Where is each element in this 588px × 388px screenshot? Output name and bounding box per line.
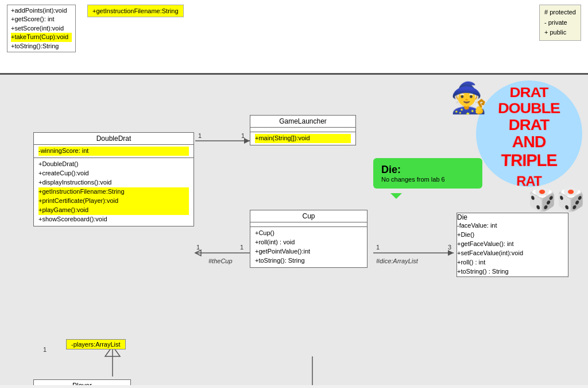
method-tostring-cup: +toString(): String — [255, 256, 362, 266]
method-die-ctor: +Die() — [457, 231, 568, 240]
method-tostring-die: +toString() : String — [457, 267, 568, 276]
method-getscore: +getScore(): int — [11, 15, 72, 24]
speech-bubble: Die: No changes from lab 6 — [373, 158, 482, 189]
cup-fields — [250, 222, 367, 227]
drat-circle: DRATDOUBLEDRATANDTRIPLERAT — [476, 80, 582, 187]
field-winningscore: -winningScore: int — [38, 147, 189, 156]
method-showscoreboard: +showScoreboard():void — [38, 215, 189, 224]
label-cup-die-1: 1 — [376, 244, 380, 251]
method-getinstructionfilename: +getInstructionFilename:String — [38, 187, 189, 197]
method-setfacevalue: +setFaceValue(int):void — [457, 249, 568, 258]
cup-methods: +Cup() +roll(int) : void +getPointValue(… — [250, 227, 367, 267]
legend-private: - private — [544, 18, 576, 28]
bubble-text: No changes from lab 6 — [381, 176, 474, 183]
legend-protected: # protected — [544, 7, 576, 18]
label-dd-cup-1a: 1 — [196, 244, 200, 251]
method-printcertificate: +printCertificate(Player):void — [38, 197, 189, 206]
svg-marker-1 — [244, 138, 250, 144]
method-taketurn: +takeTurn(Cup):void — [11, 33, 72, 41]
label-dd-cup-1b: 1 — [240, 244, 243, 251]
label-dd-gl-1a: 1 — [198, 132, 202, 139]
character-icon: 🧙 — [450, 80, 488, 116]
method-die-roll: +roll() : int — [457, 258, 568, 267]
cup-box: Cup +Cup() +roll(int) : void +getPointVa… — [250, 210, 368, 268]
method-getpointvalue: +getPointValue():int — [255, 247, 362, 256]
thecup-label: #theCup — [208, 258, 233, 264]
gamelauncher-fields — [250, 128, 355, 132]
label-dd-gl-1b: 1 — [241, 132, 245, 139]
gamelauncher-box: GameLauncher +main(String[]):void — [250, 115, 356, 145]
doubledrat-title: DoubleDrat — [34, 133, 194, 145]
players-badge: -players:ArrayList — [66, 339, 126, 349]
gamelauncher-title: GameLauncher — [250, 116, 355, 128]
legend-public: + public — [544, 28, 576, 38]
method-doubledrat-ctor: +DoubleDrat() — [38, 160, 189, 169]
doubledrat-box: DoubleDrat -winningScore: int +DoubleDra… — [33, 132, 194, 226]
player-box: Player — [33, 379, 131, 385]
top-class-box: +addPoints(int):void +getScore(): int +s… — [7, 5, 76, 52]
gamelauncher-methods: +main(String[]):void — [250, 132, 355, 145]
top-yellow-box: +getInstructionFilename:String — [87, 5, 184, 17]
dice-label: #dice:ArrayList — [376, 258, 418, 264]
top-yellow-method: +getInstructionFilename:String — [92, 7, 179, 14]
method-displayinstructions: +displayInstructions():void — [38, 178, 189, 187]
cup-title: Cup — [250, 210, 367, 222]
method-createcup: +createCup():void — [38, 169, 189, 178]
label-cup-die-3: 3 — [448, 244, 451, 251]
method-tostring-top: +toString():String — [11, 42, 72, 51]
main-section: DoubleDrat -winningScore: int +DoubleDra… — [0, 75, 588, 385]
player-title: Player — [34, 380, 130, 385]
method-playgame: +playGame():void — [38, 206, 189, 215]
method-roll: +roll(int) : void — [255, 238, 362, 247]
svg-marker-3 — [195, 250, 201, 256]
doubledrat-fields: -winningScore: int — [34, 145, 194, 158]
field-facevalue: -faceValue: int — [457, 221, 568, 231]
method-getfacevalue: +getFaceValue(): int — [457, 240, 568, 249]
die-title: Die — [457, 213, 568, 221]
svg-marker-5 — [448, 250, 454, 256]
method-cup-ctor: +Cup() — [255, 229, 362, 238]
drat-text: DRATDOUBLEDRATANDTRIPLERAT — [494, 85, 564, 187]
method-addpoints: +addPoints(int):void — [11, 6, 72, 15]
doubledrat-methods: +DoubleDrat() +createCup():void +display… — [34, 158, 194, 226]
die-box: Die -faceValue: int +Die() +getFaceValue… — [457, 213, 568, 277]
top-class-methods: +addPoints(int):void +getScore(): int +s… — [7, 5, 75, 52]
dice-icon: 🎲🎲 — [528, 186, 585, 213]
drat-area: DRATDOUBLEDRATANDTRIPLERAT 🎲🎲 — [473, 80, 588, 195]
label-dd-player-1: 1 — [43, 346, 47, 353]
legend-box: # protected - private + public — [539, 5, 581, 41]
die-methods: +Die() +getFaceValue(): int +setFaceValu… — [457, 231, 568, 276]
die-fields: -faceValue: int — [457, 221, 568, 231]
bubble-title: Die: — [381, 164, 474, 176]
top-section: +addPoints(int):void +getScore(): int +s… — [0, 0, 588, 75]
method-main: +main(String[]):void — [255, 134, 351, 143]
method-setscore: +setScore(int):void — [11, 24, 72, 33]
